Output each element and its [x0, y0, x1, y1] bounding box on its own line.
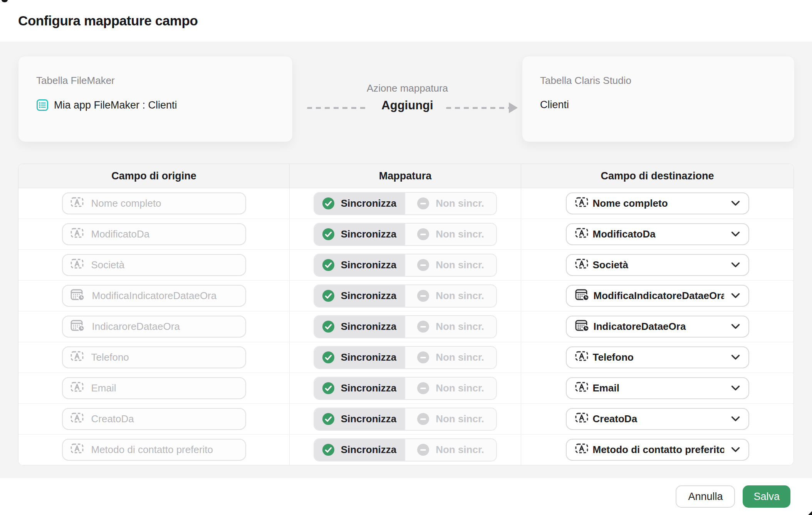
sync-on-segment[interactable]: Sincronizza — [314, 193, 404, 214]
timestamp-field-icon — [70, 319, 84, 331]
chevron-down-icon — [731, 354, 740, 360]
sync-on-label: Sincronizza — [341, 290, 396, 302]
filemaker-table-card: Tabella FileMaker Mia app FileMaker : Cl… — [18, 56, 293, 142]
table-row: Nome completo Sincronizza Non sincr. — [18, 188, 794, 219]
source-field-label: Email — [91, 382, 116, 394]
source-field: IndicaroreDataeOra — [62, 316, 246, 338]
source-field: ModificaIndicatoreDataeOra — [62, 285, 246, 307]
sync-off-label: Non sincr. — [436, 413, 484, 425]
destination-field-select[interactable]: ModificaIndicatoreDataeOra — [566, 285, 749, 307]
sync-on-segment[interactable]: Sincronizza — [314, 439, 404, 461]
table-row: Società Sincronizza Non sincr. — [18, 249, 794, 280]
check-circle-icon — [322, 382, 334, 394]
chevron-down-icon — [731, 385, 740, 391]
table-row: ModificatoDa Sincronizza Non sincr. — [18, 219, 794, 249]
source-field-label: IndicaroreDataeOra — [92, 321, 180, 333]
field-mapping-table: Campo di origine Mappatura Campo di dest… — [18, 164, 794, 465]
destination-field-select[interactable]: Telefono — [566, 346, 749, 368]
sync-off-segment[interactable]: Non sincr. — [404, 285, 496, 307]
check-circle-icon — [322, 259, 334, 271]
destination-field-select[interactable]: IndicatoreDataeOra — [566, 316, 749, 338]
sync-on-label: Sincronizza — [341, 228, 396, 240]
sync-off-segment[interactable]: Non sincr. — [404, 254, 496, 276]
sync-toggle: Sincronizza Non sincr. — [314, 315, 497, 338]
sync-off-label: Non sincr. — [436, 321, 484, 333]
text-field-icon — [70, 443, 84, 453]
mapping-arrow-icon — [509, 102, 518, 113]
sync-on-segment[interactable]: Sincronizza — [314, 408, 404, 430]
minus-circle-icon — [417, 382, 429, 394]
sync-off-segment[interactable]: Non sincr. — [404, 378, 496, 399]
table-row: Email Sincronizza Non sincr. — [18, 373, 794, 403]
save-button[interactable]: Salva — [743, 485, 790, 508]
filemaker-table-card-label: Tabella FileMaker — [36, 75, 275, 87]
destination-field-label: Email — [593, 382, 724, 394]
text-field-icon — [70, 259, 84, 269]
destination-field-label: Metodo di contatto preferito — [593, 444, 724, 456]
chevron-down-icon — [731, 231, 740, 237]
sync-on-segment[interactable]: Sincronizza — [314, 378, 404, 399]
minus-circle-icon — [417, 259, 429, 271]
sync-off-label: Non sincr. — [436, 290, 484, 302]
check-circle-icon — [322, 413, 334, 425]
claris-studio-table-card-value: Clienti — [540, 99, 777, 111]
sync-on-label: Sincronizza — [341, 444, 396, 456]
sync-off-segment[interactable]: Non sincr. — [404, 193, 496, 214]
destination-field-select[interactable]: CreatoDa — [566, 408, 749, 430]
text-field-icon — [70, 228, 84, 238]
check-circle-icon — [322, 290, 334, 302]
minus-circle-icon — [417, 351, 429, 363]
check-circle-icon — [322, 321, 334, 333]
sync-off-segment[interactable]: Non sincr. — [404, 347, 496, 368]
destination-field-select[interactable]: Società — [566, 254, 749, 276]
destination-field-select[interactable]: Metodo di contatto preferito — [566, 439, 749, 461]
mapping-dash-right — [446, 107, 509, 109]
text-field-icon — [575, 351, 588, 361]
destination-field-label: Società — [593, 259, 724, 271]
destination-field-label: ModificatoDa — [593, 228, 724, 240]
cancel-button[interactable]: Annulla — [676, 485, 735, 508]
claris-studio-table-name: Clienti — [540, 99, 569, 111]
chevron-down-icon — [731, 416, 740, 422]
destination-field-select[interactable]: ModificatoDa — [566, 223, 749, 245]
sync-off-label: Non sincr. — [436, 351, 484, 363]
sync-off-segment[interactable]: Non sincr. — [404, 408, 496, 430]
sync-on-segment[interactable]: Sincronizza — [314, 224, 404, 245]
sync-toggle: Sincronizza Non sincr. — [314, 223, 497, 246]
sync-on-label: Sincronizza — [341, 382, 396, 394]
sync-toggle: Sincronizza Non sincr. — [314, 346, 497, 369]
sync-on-segment[interactable]: Sincronizza — [314, 347, 404, 368]
table-row: Telefono Sincronizza Non sincr. — [18, 342, 794, 373]
sync-on-segment[interactable]: Sincronizza — [314, 285, 404, 307]
destination-field-label: Nome completo — [593, 197, 724, 209]
sync-off-segment[interactable]: Non sincr. — [404, 439, 496, 461]
destination-field-label: IndicatoreDataeOra — [594, 321, 724, 333]
text-field-icon — [575, 259, 588, 269]
sync-on-segment[interactable]: Sincronizza — [314, 254, 404, 276]
filemaker-table-icon — [36, 99, 49, 111]
column-header-mapping: Mappatura — [290, 164, 521, 188]
timestamp-field-icon — [575, 319, 589, 331]
sync-off-segment[interactable]: Non sincr. — [404, 316, 496, 338]
chevron-down-icon — [731, 262, 740, 268]
claris-studio-table-card-label: Tabella Claris Studio — [540, 75, 777, 87]
text-field-icon — [575, 228, 588, 238]
chevron-down-icon — [731, 324, 740, 329]
check-circle-icon — [322, 444, 334, 456]
page-title: Configura mappature campo — [18, 13, 198, 28]
mapping-action-value: Aggiungi — [293, 99, 522, 112]
chevron-down-icon — [731, 447, 740, 453]
sync-toggle: Sincronizza Non sincr. — [314, 377, 497, 400]
table-row: Metodo di contatto preferito Sincronizza… — [18, 434, 794, 465]
minus-circle-icon — [417, 197, 429, 209]
source-field: Metodo di contatto preferito — [62, 439, 246, 461]
source-field: CreatoDa — [62, 408, 246, 430]
destination-field-label: CreatoDa — [593, 413, 724, 425]
destination-field-select[interactable]: Email — [566, 377, 749, 399]
sync-off-label: Non sincr. — [436, 228, 484, 240]
sync-on-segment[interactable]: Sincronizza — [314, 316, 404, 338]
sync-off-segment[interactable]: Non sincr. — [404, 224, 496, 245]
table-row: IndicaroreDataeOra Sincronizza Non sincr… — [18, 311, 794, 342]
destination-field-select[interactable]: Nome completo — [566, 192, 749, 214]
dialog-footer: Annulla Salva — [0, 478, 812, 515]
